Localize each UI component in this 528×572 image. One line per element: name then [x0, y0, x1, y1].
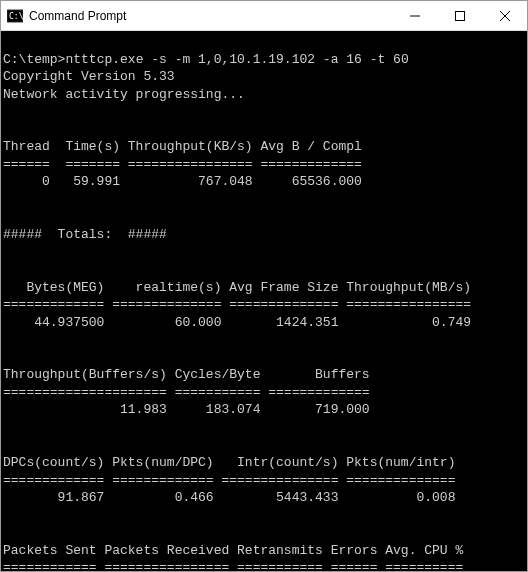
thread-divider: ====== ======= ================ ========…	[3, 157, 362, 172]
totals-header: ##### Totals: #####	[3, 227, 167, 242]
close-button[interactable]	[482, 1, 527, 30]
thread-row: 0 59.991 767.048 65536.000	[3, 174, 362, 189]
copyright-line: Copyright Version 5.33	[3, 69, 175, 84]
throughput-header: Throughput(Buffers/s) Cycles/Byte Buffer…	[3, 367, 370, 382]
dpcs-row: 91.867 0.466 5443.433 0.008	[3, 490, 455, 505]
titlebar[interactable]: C:\ Command Prompt	[1, 1, 527, 31]
svg-text:C:\: C:\	[9, 12, 23, 21]
window-title: Command Prompt	[29, 9, 392, 23]
blank-line	[3, 420, 11, 435]
blank-line	[3, 209, 11, 224]
bytes-divider: ============= ============== ===========…	[3, 297, 471, 312]
throughput-row: 11.983 183.074 719.000	[3, 402, 370, 417]
blank-line	[3, 262, 11, 277]
blank-line	[3, 104, 11, 119]
command-line: C:\temp>ntttcp.exe -s -m 1,0,10.1.19.102…	[3, 52, 409, 67]
command-text: ntttcp.exe -s -m 1,0,10.1.19.102 -a 16 -…	[65, 52, 408, 67]
window-controls	[392, 1, 527, 30]
terminal-output[interactable]: C:\temp>ntttcp.exe -s -m 1,0,10.1.19.102…	[1, 31, 527, 571]
blank-line	[3, 438, 11, 453]
bytes-header: Bytes(MEG) realtime(s) Avg Frame Size Th…	[3, 280, 471, 295]
dpcs-divider: ============= ============= ============…	[3, 473, 455, 488]
throughput-divider: ===================== =========== ======…	[3, 385, 370, 400]
command-prompt-window: C:\ Command Prompt C:\temp>ntttcp.exe -s…	[0, 0, 528, 572]
maximize-button[interactable]	[437, 1, 482, 30]
blank-line	[3, 350, 11, 365]
progress-line: Network activity progressing...	[3, 87, 245, 102]
blank-line	[3, 332, 11, 347]
minimize-button[interactable]	[392, 1, 437, 30]
terminal-icon: C:\	[7, 8, 23, 24]
dpcs-header: DPCs(count/s) Pkts(num/DPC) Intr(count/s…	[3, 455, 455, 470]
thread-header: Thread Time(s) Throughput(KB/s) Avg B / …	[3, 139, 362, 154]
blank-line	[3, 245, 11, 260]
blank-line	[3, 192, 11, 207]
bytes-row: 44.937500 60.000 1424.351 0.749	[3, 315, 471, 330]
blank-line	[3, 122, 11, 137]
blank-line	[3, 525, 11, 540]
packets-divider: ============ ================ ==========…	[3, 560, 463, 571]
packets-header: Packets Sent Packets Received Retransmit…	[3, 543, 463, 558]
prompt: C:\temp>	[3, 52, 65, 67]
svg-rect-3	[455, 11, 464, 20]
blank-line	[3, 508, 11, 523]
